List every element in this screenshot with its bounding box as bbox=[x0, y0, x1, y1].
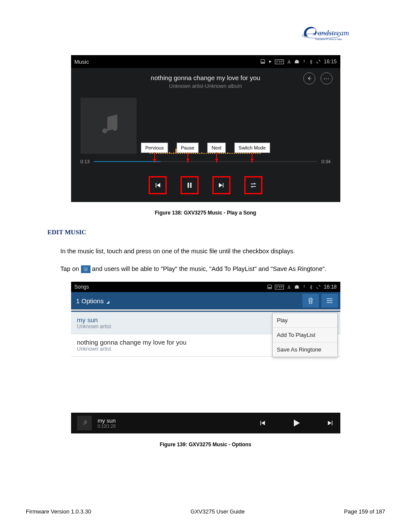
footer-previous-button[interactable] bbox=[258, 419, 266, 427]
switch-mode-button[interactable] bbox=[244, 176, 262, 194]
image-icon bbox=[260, 59, 265, 64]
bluetooth-icon bbox=[309, 284, 313, 289]
options-count[interactable]: 1 Options bbox=[76, 297, 104, 305]
svg-rect-4 bbox=[295, 61, 299, 64]
download-icon bbox=[286, 284, 292, 289]
total-time: 0:34 bbox=[321, 159, 330, 164]
menu-item-save-ringtone[interactable]: Save As Ringtone bbox=[273, 342, 337, 357]
previous-label: Pervious bbox=[141, 143, 168, 153]
image-icon bbox=[267, 284, 272, 289]
next-label: Next bbox=[207, 143, 226, 153]
paragraph-2: Tap on and users will be able to "Play" … bbox=[60, 264, 364, 274]
figure-caption-1: Figure 138: GXV3275 Music - Play a Song bbox=[26, 210, 385, 216]
menu-button[interactable] bbox=[321, 294, 338, 308]
status-icons: FTP 16:15 bbox=[260, 59, 336, 65]
now-playing-title: my sun bbox=[98, 417, 116, 424]
more-button[interactable]: ⋯ bbox=[321, 72, 333, 84]
footer-center: GXV3275 User Guide bbox=[190, 508, 245, 515]
pause-button[interactable] bbox=[181, 176, 199, 194]
song-artist-album: Unknown artist-Unknown album bbox=[71, 83, 340, 89]
previous-button[interactable] bbox=[149, 176, 167, 194]
pause-label: Pause bbox=[177, 143, 199, 153]
footer-left: Firmware Version 1.0.3.30 bbox=[26, 508, 91, 515]
switch-mode-label: Switch Mode bbox=[234, 143, 270, 153]
menu-icon bbox=[81, 265, 90, 273]
ftp-icon: FTP bbox=[275, 285, 284, 289]
sync-icon bbox=[316, 284, 321, 289]
svg-rect-3 bbox=[261, 60, 265, 64]
now-playing-time: 0:10/1:28 bbox=[98, 424, 116, 429]
menu-item-add-playlist[interactable]: Add To PlayList bbox=[273, 328, 337, 342]
svg-rect-9 bbox=[295, 286, 299, 289]
elapsed-time: 0:13 bbox=[81, 159, 90, 164]
svg-rect-6 bbox=[188, 183, 189, 188]
svg-text:Innovative IP Voice & Video: Innovative IP Voice & Video bbox=[315, 38, 342, 40]
svg-rect-8 bbox=[268, 285, 272, 289]
progress-bar[interactable] bbox=[94, 161, 317, 162]
status-time-2: 16:18 bbox=[324, 284, 336, 290]
section-heading: EDIT MUSIC bbox=[47, 229, 385, 236]
brand-logo: randstream Innovative IP Voice & Video bbox=[26, 22, 385, 47]
status-time: 16:15 bbox=[324, 59, 336, 65]
back-button[interactable] bbox=[303, 72, 315, 84]
song-title: nothing gonna change my love for you bbox=[71, 74, 340, 81]
camera-icon bbox=[294, 59, 299, 64]
music-player-screenshot: Music FTP 16:15 nothing gonna change my … bbox=[71, 55, 340, 202]
footer-right: Page 159 of 187 bbox=[344, 508, 385, 515]
mini-album-art bbox=[77, 416, 92, 430]
svg-text:randstream: randstream bbox=[314, 28, 349, 37]
menu-item-play[interactable]: Play bbox=[273, 313, 337, 328]
dropdown-indicator-icon: ◢ bbox=[106, 300, 109, 304]
sync-icon bbox=[316, 59, 321, 64]
status-icons-2: FTP 16:18 bbox=[267, 284, 336, 290]
music-options-screenshot: Songs FTP 16:18 1 Options ◢ bbox=[71, 282, 340, 434]
svg-rect-5 bbox=[296, 60, 298, 61]
svg-rect-10 bbox=[296, 285, 298, 286]
next-button[interactable] bbox=[212, 176, 230, 194]
context-menu: Play Add To PlayList Save As Ringtone bbox=[272, 313, 338, 357]
download-icon bbox=[286, 59, 292, 64]
delete-button[interactable] bbox=[302, 294, 319, 308]
bluetooth-icon bbox=[309, 59, 313, 64]
app-title-2: Songs bbox=[75, 284, 89, 290]
paragraph-1: In the music list, touch and press on on… bbox=[60, 246, 364, 256]
usb-icon bbox=[302, 59, 306, 64]
usb-icon bbox=[302, 284, 306, 289]
app-title: Music bbox=[75, 59, 261, 65]
ftp-icon: FTP bbox=[275, 59, 284, 64]
footer-next-button[interactable] bbox=[327, 419, 334, 427]
play-status-icon bbox=[268, 59, 272, 64]
footer-play-button[interactable] bbox=[291, 418, 302, 428]
svg-rect-7 bbox=[190, 183, 192, 188]
camera-icon bbox=[294, 284, 299, 289]
figure-caption-2: Figure 139: GXV3275 Music - Options bbox=[26, 442, 385, 448]
